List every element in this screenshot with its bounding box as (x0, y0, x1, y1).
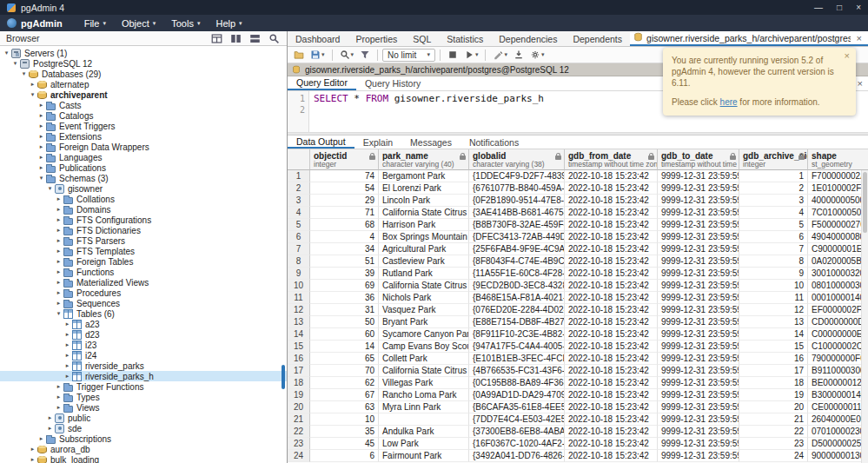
data-cell[interactable]: Nichols Park (379, 292, 469, 304)
tab-dashboard[interactable]: Dashboard (288, 31, 348, 46)
macros-button[interactable]: ▾ (527, 48, 547, 62)
data-cell[interactable]: 34 (310, 243, 379, 255)
data-cell[interactable]: 1E0100002F000 (808, 182, 868, 195)
expand-icon[interactable]: ▸ (63, 373, 71, 380)
expand-icon[interactable]: ▸ (63, 321, 71, 327)
find-button[interactable]: ▾ (337, 48, 357, 62)
data-cell[interactable]: 60 (310, 328, 379, 341)
data-cell[interactable]: 9999-12-31 23:59:59 (658, 450, 739, 462)
grid-scrollbar[interactable] (861, 170, 868, 463)
chevron-down-icon[interactable]: ▾ (541, 51, 545, 58)
tab-query-history[interactable]: Query History (356, 76, 429, 90)
data-cell[interactable]: 51 (310, 255, 379, 268)
row-number-cell[interactable]: 14 (288, 328, 310, 341)
data-cell[interactable]: 31 (310, 304, 379, 316)
panel-rows-icon[interactable] (248, 32, 262, 45)
tree-item-foreign-data-wrappers[interactable]: ▸Foreign Data Wrappers (0, 142, 287, 152)
row-number-cell[interactable]: 18 (288, 377, 310, 389)
expand-icon[interactable]: ▸ (55, 394, 63, 400)
expand-icon[interactable]: ▸ (29, 446, 36, 453)
tree-item-extensions[interactable]: ▸Extensions (0, 131, 287, 142)
row-number-cell[interactable]: 11 (288, 292, 310, 304)
data-cell[interactable]: 62 (310, 377, 379, 389)
execute-query-button[interactable]: ▾ (461, 48, 481, 62)
data-cell[interactable]: 2022-10-18 15:23:42 (565, 231, 658, 243)
tree-item-event-triggers[interactable]: ▸Event Triggers (0, 121, 287, 131)
data-cell[interactable]: EF0000002F000 (808, 304, 868, 316)
row-number-cell[interactable]: 21 (288, 413, 310, 426)
data-cell[interactable]: 9999-12-31 23:59:59 (658, 280, 739, 292)
row-number-cell[interactable]: 13 (288, 316, 310, 328)
data-cell[interactable]: {E101B1EB-3FEC-4FCE-B4A (469, 353, 565, 365)
expand-icon[interactable]: ▸ (37, 102, 45, 109)
data-cell[interactable]: 14 (310, 341, 379, 353)
column-header-objectid[interactable]: objectidinteger (310, 149, 379, 170)
data-cell[interactable]: 70 (310, 365, 379, 377)
tree-item-procedures[interactable]: ▸Procedures (0, 288, 287, 298)
tree-item-databases-29[interactable]: ▾Databases (29) (0, 69, 287, 79)
tree-item-foreign-tables[interactable]: ▸Foreign Tables (0, 256, 287, 267)
data-cell[interactable]: C10000002C000 (808, 341, 868, 353)
data-cell[interactable]: 18 (739, 377, 808, 389)
data-cell[interactable]: 9999-12-31 23:59:59 (658, 377, 739, 389)
data-cell[interactable]: 4904000008000 (808, 231, 868, 243)
data-cell[interactable]: 2022-10-18 15:23:42 (565, 341, 658, 353)
data-cell[interactable]: {DFEC3413-72AB-449D-956 (469, 231, 565, 243)
data-cell[interactable]: B911000030004 (808, 365, 868, 377)
data-cell[interactable]: B300000014000 (808, 389, 868, 401)
grid-scrollbar-thumb[interactable] (863, 172, 867, 233)
data-cell[interactable]: 21 (739, 413, 808, 426)
more-info-link[interactable]: here (720, 97, 738, 107)
tree-item-functions[interactable]: ▸Functions (0, 267, 287, 277)
row-number-cell[interactable]: 22 (288, 426, 310, 438)
column-header-shape[interactable]: shapest_geometry (808, 149, 868, 170)
data-cell[interactable]: Agricultural Park (379, 243, 469, 255)
collapse-icon[interactable]: ▾ (3, 50, 10, 56)
query-tab-close-icon[interactable]: × (854, 33, 865, 43)
data-cell[interactable]: F700000002A00 (808, 170, 868, 182)
tree-item-schemas-3[interactable]: ▾Schemas (3) (0, 173, 287, 183)
data-cell[interactable]: 2022-10-18 15:23:42 (565, 243, 658, 255)
data-cell[interactable]: 4 (739, 207, 808, 219)
expand-icon[interactable]: ▸ (63, 331, 71, 338)
data-cell[interactable]: 9999-12-31 23:59:59 (658, 255, 739, 268)
data-cell[interactable]: 50 (310, 316, 379, 328)
data-cell[interactable]: {4B766535-FC31-43F6-BAA (469, 365, 565, 377)
data-cell[interactable]: {6761077B-B840-459A-ABA (469, 182, 565, 195)
data-cell[interactable]: 15 (739, 341, 808, 353)
expand-icon[interactable]: ▸ (63, 352, 71, 359)
row-number-cell[interactable]: 5 (288, 219, 310, 231)
data-cell[interactable]: 9999-12-31 23:59:59 (658, 182, 739, 195)
data-cell[interactable]: 2022-10-18 15:23:42 (565, 438, 658, 450)
data-cell[interactable]: 2022-10-18 15:23:42 (565, 170, 658, 182)
expand-icon[interactable]: ▸ (63, 341, 71, 348)
tree-item-i24[interactable]: ▸i24 (0, 350, 287, 360)
data-cell[interactable]: 3001000032000 (808, 268, 868, 280)
tab-sql[interactable]: SQL (405, 31, 439, 46)
data-cell[interactable]: 1 (739, 170, 808, 182)
expand-icon[interactable]: ▸ (55, 216, 63, 223)
data-cell[interactable]: Andulka Park (379, 426, 469, 438)
data-cell[interactable]: 35 (310, 426, 379, 438)
data-cell[interactable]: {1DDEC4F9-D2F7-4839-B19 (469, 170, 565, 182)
data-cell[interactable]: {E88E7154-DB8F-4B27-852 (469, 316, 565, 328)
data-cell[interactable]: 29 (310, 195, 379, 207)
tree-item-fts-dictionaries[interactable]: ▸FTS Dictionaries (0, 225, 287, 235)
data-cell[interactable]: 2022-10-18 15:23:42 (565, 328, 658, 341)
data-cell[interactable]: Collett Park (379, 353, 469, 365)
panel-columns-icon[interactable] (229, 32, 242, 45)
tree-item-a23[interactable]: ▸a23 (0, 319, 287, 329)
data-cell[interactable]: D500000025000 (808, 438, 868, 450)
data-cell[interactable]: 2 (739, 182, 808, 195)
data-cell[interactable]: 9999-12-31 23:59:59 (658, 316, 739, 328)
expand-icon[interactable]: ▸ (37, 435, 45, 442)
data-cell[interactable]: El Lorenzi Park (379, 182, 469, 195)
tree-item-languages[interactable]: ▸Languages (0, 152, 287, 162)
data-cell[interactable]: 9 (739, 268, 808, 280)
data-cell[interactable]: {37300EB8-6EB8-4ABA-A0D (469, 426, 565, 438)
data-cell[interactable]: 2022-10-18 15:23:42 (565, 268, 658, 280)
tab-messages[interactable]: Messages (401, 136, 461, 149)
data-cell[interactable]: 39 (310, 268, 379, 280)
data-cell[interactable]: Bergamont Park (379, 170, 469, 182)
data-cell[interactable]: BE00000012000 (808, 377, 868, 389)
